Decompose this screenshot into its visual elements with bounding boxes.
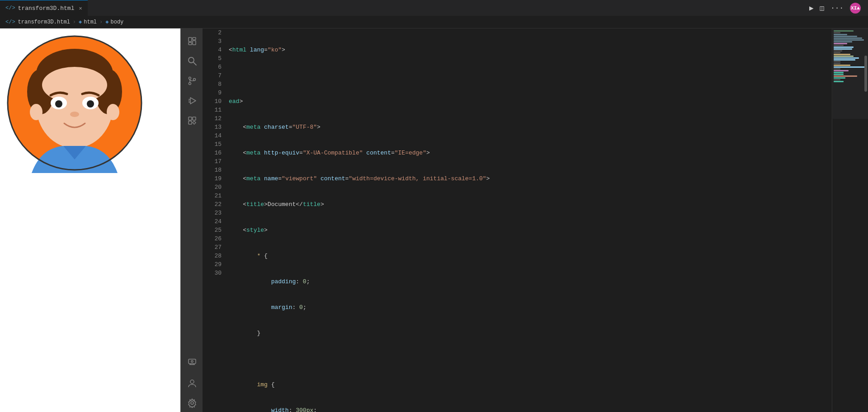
svg-rect-32 [189, 121, 192, 124]
code-line-16: width: 300px; [229, 406, 832, 412]
tab-title: transform3D.html [18, 5, 75, 12]
top-bar: </> transform3D.html ✕ ▶ ◫ ··· XI▲ [0, 0, 868, 16]
run-button[interactable]: ▶ [809, 4, 814, 13]
run-debug-icon [187, 96, 197, 106]
code-line-7: <meta name="viewport" content="width=dev… [229, 174, 832, 183]
svg-point-23 [189, 83, 191, 85]
more-actions-button[interactable]: ··· [830, 4, 844, 12]
remote-icon [187, 356, 197, 366]
tab-close-button[interactable]: ✕ [79, 5, 82, 12]
settings-icon [187, 398, 197, 408]
activity-explorer[interactable] [183, 32, 201, 50]
editor-area[interactable]: 2 3 4 5 6 7 8 9 10 11 12 13 14 15 16 17 … [203, 28, 832, 412]
svg-point-8 [55, 100, 62, 108]
activity-source-control[interactable] [183, 72, 201, 90]
breadcrumb-body-icon: ◈ [105, 19, 108, 25]
code-container[interactable]: 2 3 4 5 6 7 8 9 10 11 12 13 14 15 16 17 … [203, 28, 832, 412]
svg-point-22 [189, 77, 191, 80]
code-line-4: ead> [229, 97, 832, 106]
svg-point-37 [191, 360, 193, 362]
code-line-15: img { [229, 380, 832, 389]
svg-rect-31 [193, 117, 196, 120]
activity-extensions[interactable] [183, 112, 201, 130]
split-editor-button[interactable]: ◫ [820, 4, 825, 13]
minimap-lines [833, 28, 868, 84]
breadcrumb-html[interactable]: ◈ html [79, 19, 97, 25]
svg-rect-19 [193, 41, 196, 45]
main-layout: 2 3 4 5 6 7 8 9 10 11 12 13 14 15 16 17 … [0, 28, 868, 412]
svg-point-9 [87, 100, 94, 108]
minimap[interactable] [832, 28, 868, 412]
breadcrumb-html-icon: ◈ [79, 19, 82, 25]
svg-point-38 [190, 380, 194, 384]
code-line-5: <meta charset="UTF-8"> [229, 123, 832, 131]
code-line-6: <meta http-equiv="X-UA-Compatible" conte… [229, 149, 832, 157]
activity-search[interactable] [183, 52, 201, 70]
svg-point-20 [189, 57, 194, 63]
activity-account[interactable] [183, 374, 201, 392]
breadcrumb-file-icon: </> [5, 19, 15, 25]
code-line-14 [229, 355, 832, 363]
preview-image-container [5, 33, 149, 178]
code-line-12: margin: 0; [229, 303, 832, 312]
user-avatar[interactable]: XI▲ [850, 3, 861, 14]
breadcrumb-bar: </> transform3D.html › ◈ html › ◈ body [0, 16, 868, 28]
search-icon [187, 56, 197, 66]
code-line-11: padding: 0; [229, 277, 832, 286]
svg-point-5 [42, 67, 107, 103]
top-right-icons-group: ▶ ◫ ··· XI▲ [809, 3, 868, 14]
svg-point-10 [70, 112, 79, 117]
breadcrumb-file[interactable]: transform3D.html [18, 19, 70, 25]
svg-point-15 [107, 104, 119, 120]
tab-transform3d[interactable]: </> transform3D.html ✕ [0, 0, 88, 16]
code-line-9: <style> [229, 226, 832, 234]
explorer-icon [187, 36, 197, 46]
code-content[interactable]: <html lang="ko"> ead> <meta charset="UTF… [225, 28, 832, 412]
source-control-icon [187, 76, 197, 86]
svg-rect-18 [189, 42, 192, 45]
code-line-8: <title>Document</title> [229, 200, 832, 209]
svg-marker-26 [190, 98, 196, 104]
tab-area: </> transform3D.html ✕ [0, 0, 809, 16]
activity-run-debug[interactable] [183, 92, 201, 110]
activity-bar [181, 28, 203, 412]
svg-rect-17 [193, 37, 196, 40]
svg-rect-16 [189, 37, 192, 42]
svg-point-14 [30, 104, 42, 120]
scrollbar-thumb[interactable] [864, 56, 867, 92]
svg-rect-33 [189, 359, 196, 364]
tab-file-icon: </> [5, 5, 15, 11]
svg-line-21 [193, 62, 196, 65]
activity-remote[interactable] [183, 352, 201, 370]
code-line-3 [229, 71, 832, 80]
account-icon [187, 378, 197, 388]
minimap-content [833, 28, 868, 119]
code-line-13: } [229, 329, 832, 337]
activity-settings[interactable] [183, 394, 201, 412]
code-line-10: * { [229, 252, 832, 260]
svg-point-24 [193, 79, 196, 81]
line-numbers: 2 3 4 5 6 7 8 9 10 11 12 13 14 15 16 17 … [203, 28, 225, 412]
extensions-icon [187, 116, 197, 126]
preview-pane [0, 28, 181, 412]
code-line-2: <html lang="ko"> [229, 46, 832, 54]
svg-point-39 [191, 402, 193, 404]
avatar-svg [5, 33, 145, 173]
breadcrumb-body[interactable]: ◈ body [105, 19, 123, 25]
svg-rect-30 [189, 117, 192, 120]
